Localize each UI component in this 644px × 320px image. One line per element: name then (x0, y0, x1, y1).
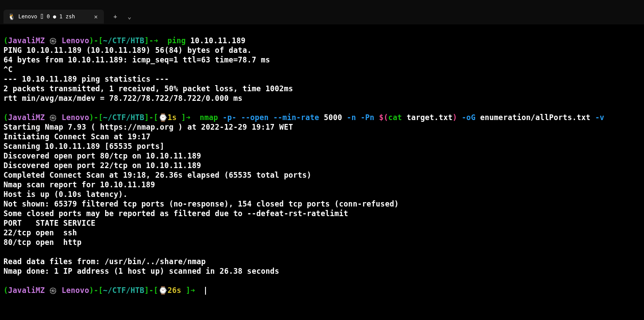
prompt-dash: - (94, 286, 99, 295)
nmap-arg-minrate: --min-rate (273, 113, 319, 122)
output-line: 22/tcp open ssh (3, 228, 77, 237)
nmap-arg-n: -n (347, 113, 356, 122)
output-line: Not shown: 65379 filtered tcp ports (no-… (3, 200, 399, 208)
clock-icon: ⌚ (158, 113, 168, 122)
skull-icon: ㉿ (49, 113, 57, 122)
prompt-arrow: ➜ (186, 113, 195, 122)
prompt-path: ~/CTF/HTB (103, 286, 144, 295)
prompt-path: ~/CTF/HTB (103, 113, 144, 122)
prompt-open-paren: ( (3, 286, 8, 295)
output-line: Starting Nmap 7.93 ( https://nmap.org ) … (3, 123, 293, 131)
nmap-arg-v: -v (595, 113, 604, 122)
output-line: ^C (3, 65, 13, 74)
prompt-dash: - (149, 36, 154, 45)
tab-controls: + ⌄ (109, 11, 136, 22)
prompt-dash: - (94, 36, 99, 45)
output-line: Read data files from: /usr/bin/../share/… (3, 257, 206, 266)
output-line: Completed Connect Scan at 19:18, 26.36s … (3, 171, 312, 179)
prompt-user: JavaliMZ (8, 286, 45, 295)
tab-dropdown-button[interactable]: ⌄ (123, 11, 135, 22)
prompt-host: Lenovo (62, 113, 89, 122)
output-line: Nmap scan report for 10.10.11.189 (3, 180, 155, 189)
time-value: 26s (168, 286, 186, 295)
clock-icon: ⌚ (158, 286, 168, 295)
prompt-user: JavaliMZ (8, 113, 45, 122)
output-line: PING 10.10.11.189 (10.10.11.189) 56(84) … (3, 46, 252, 55)
prompt-bracket-close: ] (144, 36, 149, 45)
new-tab-button[interactable]: + (109, 11, 121, 22)
time-value: 1s (168, 113, 182, 122)
output-line: Discovered open port 80/tcp on 10.10.11.… (3, 151, 201, 160)
prompt-user: JavaliMZ (8, 36, 45, 45)
output-line: Some closed ports may be reported as fil… (3, 209, 348, 218)
prompt-host: Lenovo (62, 36, 89, 45)
output-line: 2 packets transmitted, 1 received, 50% p… (3, 84, 293, 93)
nmap-output-file: enumeration/allPorts.txt (480, 113, 590, 122)
prompt-path: ~/CTF/HTB (103, 36, 144, 45)
nmap-val-5000: 5000 (324, 113, 342, 122)
nmap-arg-p: -p- (223, 113, 236, 122)
prompt-bracket-open: [ (99, 286, 103, 295)
output-line: Initiating Connect Scan at 19:17 (3, 132, 151, 141)
prompt-arrow: ➜ (191, 286, 200, 295)
ping-target: 10.10.11.189 (190, 36, 245, 45)
output-line: PORT STATE SERVICE (3, 219, 96, 227)
prompt-dash: - (94, 113, 99, 122)
output-line: rtt min/avg/max/mdev = 78.722/78.722/78.… (3, 94, 243, 103)
skull-icon: ㉿ (49, 36, 57, 45)
output-line: Scanning 10.10.11.189 [65535 ports] (3, 142, 164, 151)
prompt-host: Lenovo (62, 286, 89, 295)
nmap-arg-pn: -Pn (360, 113, 374, 122)
prompt-bracket-close: ] (144, 113, 149, 122)
subst-open: $( (379, 113, 388, 122)
output-line: 80/tcp open http (3, 238, 82, 247)
prompt-bracket-open: [ (99, 113, 103, 122)
prompt-close-paren: ) (89, 286, 94, 295)
tux-icon: 🐧 (8, 13, 15, 20)
command-nmap: nmap (200, 113, 218, 122)
prompt-bracket-close: ] (144, 286, 149, 295)
skull-icon: ㉿ (49, 286, 57, 295)
prompt-bracket-open: [ (99, 36, 103, 45)
time-bracket-open: [ (154, 113, 158, 122)
terminal-content[interactable]: (JavaliMZ ㉿ Lenovo)-[~/CTF/HTB]-➜ ping 1… (0, 24, 644, 297)
subst-file: target.txt (407, 113, 452, 122)
tab-title: Lenovo ⌷ 0 ● 1 zsh (18, 14, 89, 20)
prompt-dash: - (149, 113, 154, 122)
output-line: Discovered open port 22/tcp on 10.10.11.… (3, 161, 201, 170)
tab-bar: 🐧 Lenovo ⌷ 0 ● 1 zsh ✕ + ⌄ (0, 9, 644, 24)
output-line: Nmap done: 1 IP address (1 host up) scan… (3, 267, 279, 275)
subst-close: ) (452, 113, 457, 122)
window-titlebar (0, 0, 644, 9)
time-bracket-open: [ (154, 286, 158, 295)
nmap-arg-open: --open (241, 113, 269, 122)
prompt-close-paren: ) (89, 36, 94, 45)
prompt-close-paren: ) (89, 113, 94, 122)
nmap-arg-og: -oG (462, 113, 476, 122)
time-bracket-close: ] (186, 286, 191, 295)
output-line: 64 bytes from 10.10.11.189: icmp_seq=1 t… (3, 55, 270, 64)
prompt-arrow: ➜ (154, 36, 163, 45)
output-line: --- 10.10.11.189 ping statistics --- (3, 75, 169, 83)
close-icon[interactable]: ✕ (92, 13, 99, 20)
output-line: Host is up (0.10s latency). (3, 190, 127, 199)
terminal-tab[interactable]: 🐧 Lenovo ⌷ 0 ● 1 zsh ✕ (3, 10, 104, 24)
prompt-open-paren: ( (3, 113, 8, 122)
time-bracket-close: ] (181, 113, 186, 122)
prompt-open-paren: ( (3, 36, 8, 45)
prompt-dash: - (149, 286, 154, 295)
cursor (205, 287, 206, 295)
subst-cat: cat (388, 113, 402, 122)
command-ping: ping (168, 36, 186, 45)
